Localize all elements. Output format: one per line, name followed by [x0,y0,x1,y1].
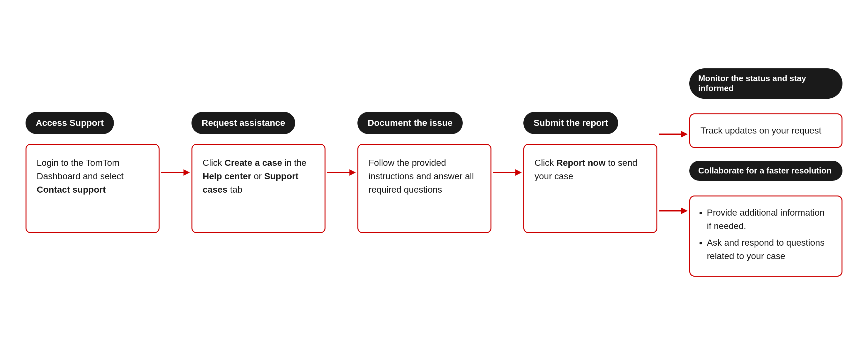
item-collaborate: Collaborate for a faster resolution Prov… [689,161,842,277]
body-request-assistance: Click Create a case in the Help center o… [191,144,326,233]
svg-marker-7 [681,131,688,137]
body-document-issue: Follow the provided instructions and ans… [358,144,491,233]
last-column: Monitor the status and stay informed Tra… [689,68,842,277]
arrow-3 [491,166,523,179]
badge-collaborate: Collaborate for a faster resolution [689,161,842,181]
branch-arrows [657,128,689,217]
step-document-issue: Document the issue Follow the provided i… [358,112,491,233]
item-monitor-status: Monitor the status and stay informed Tra… [689,68,842,148]
badge-request-assistance: Request assistance [191,112,295,134]
badge-submit-report: Submit the report [523,112,618,134]
svg-marker-5 [516,169,522,176]
badge-document-issue: Document the issue [358,112,463,134]
step-submit-report: Submit the report Click Report now to se… [523,112,657,233]
branch-arrow-bottom [659,204,688,217]
badge-monitor-status: Monitor the status and stay informed [689,68,842,98]
step-request-assistance: Request assistance Click Create a case i… [191,112,326,233]
body-monitor-status: Track updates on your request [689,113,842,148]
arrow-2 [326,166,358,179]
badge-access-support: Access Support [26,112,114,134]
body-submit-report: Click Report now to send your case [523,144,657,233]
svg-marker-1 [184,169,190,176]
body-collaborate: Provide additional information if needed… [689,196,842,277]
arrow-1 [160,166,191,179]
step-access-support: Access Support Login to the TomTom Dashb… [26,112,160,233]
svg-marker-3 [349,169,356,176]
branch-arrow-top [659,128,688,141]
svg-marker-9 [681,208,688,214]
body-access-support: Login to the TomTom Dashboard and select… [26,144,160,233]
diagram-container: Access Support Login to the TomTom Dashb… [0,0,868,345]
